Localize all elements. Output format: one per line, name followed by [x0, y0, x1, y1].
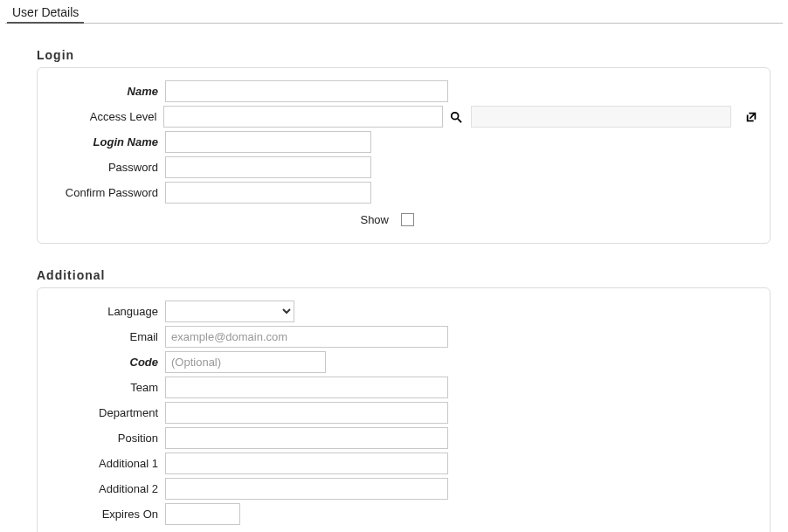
- expires-on-input[interactable]: [165, 503, 240, 525]
- tab-user-details[interactable]: User Details: [7, 3, 84, 24]
- email-input[interactable]: [165, 326, 448, 348]
- label-access-level: Access Level: [48, 110, 163, 123]
- label-confirm-password: Confirm Password: [48, 186, 165, 199]
- name-input[interactable]: [165, 80, 448, 102]
- row-confirm-password: Confirm Password: [48, 182, 759, 204]
- svg-point-0: [452, 112, 459, 119]
- row-access-level: Access Level: [48, 106, 759, 128]
- language-select[interactable]: [165, 301, 294, 322]
- password-input[interactable]: [165, 156, 371, 178]
- show-checkbox[interactable]: [401, 213, 414, 226]
- row-department: Department: [48, 402, 759, 424]
- section-additional: Additional Language Email Code Team Depa…: [37, 268, 771, 532]
- external-link-icon[interactable]: [743, 109, 759, 125]
- panel-additional: Language Email Code Team Department Posi…: [37, 287, 771, 532]
- row-additional2: Additional 2: [48, 478, 759, 500]
- label-expires-on: Expires On: [48, 508, 165, 521]
- label-password: Password: [48, 161, 165, 174]
- row-name: Name: [48, 80, 759, 102]
- label-additional1: Additional 1: [48, 457, 165, 470]
- additional2-input[interactable]: [165, 478, 448, 500]
- row-email: Email: [48, 326, 759, 348]
- row-show: Show: [48, 211, 759, 229]
- additional1-input[interactable]: [165, 453, 448, 474]
- row-code: Code: [48, 351, 759, 373]
- label-login-name: Login Name: [48, 135, 165, 149]
- label-email: Email: [48, 330, 165, 343]
- section-title-additional: Additional: [37, 268, 771, 282]
- tab-row: User Details: [5, 3, 783, 24]
- search-icon[interactable]: [448, 109, 464, 125]
- row-language: Language: [48, 301, 759, 322]
- label-position: Position: [48, 432, 165, 445]
- label-show: Show: [48, 213, 397, 226]
- label-name: Name: [48, 85, 165, 98]
- panel-login: Name Access Level Login Name Password Co…: [37, 67, 771, 244]
- label-code: Code: [48, 356, 165, 369]
- confirm-password-input[interactable]: [165, 182, 371, 204]
- row-expires-on: Expires On: [48, 503, 759, 525]
- team-input[interactable]: [165, 377, 448, 398]
- code-input[interactable]: [165, 351, 326, 373]
- department-input[interactable]: [165, 402, 448, 424]
- label-language: Language: [48, 305, 165, 318]
- label-team: Team: [48, 381, 165, 394]
- section-login: Login Name Access Level Login Name Passw…: [37, 48, 771, 244]
- row-login-name: Login Name: [48, 131, 759, 153]
- row-additional1: Additional 1: [48, 453, 759, 474]
- section-title-login: Login: [37, 48, 771, 62]
- label-additional2: Additional 2: [48, 482, 165, 495]
- row-team: Team: [48, 377, 759, 398]
- position-input[interactable]: [165, 427, 448, 449]
- access-level-display: [471, 106, 731, 128]
- label-department: Department: [48, 406, 165, 419]
- row-password: Password: [48, 156, 759, 178]
- svg-line-1: [458, 118, 461, 121]
- login-name-input[interactable]: [165, 131, 371, 153]
- row-position: Position: [48, 427, 759, 449]
- access-level-input[interactable]: [163, 106, 443, 128]
